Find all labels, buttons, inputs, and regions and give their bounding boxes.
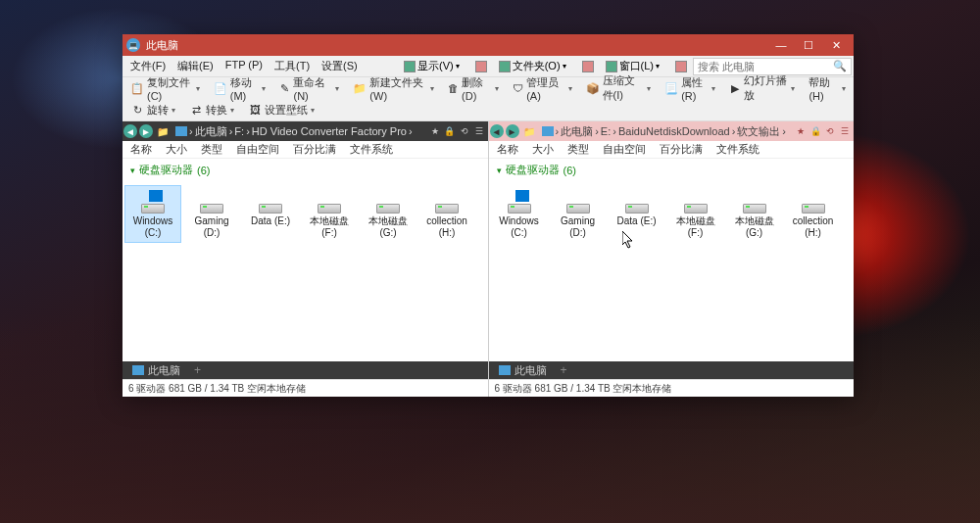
drive-item[interactable]: Windows (C:) bbox=[124, 185, 181, 243]
drive-item[interactable]: 本地磁盘 (F:) bbox=[667, 185, 724, 243]
toolbar-icon[interactable] bbox=[471, 59, 491, 74]
tool-button[interactable]: 📋复制文件(C)▾ bbox=[126, 73, 204, 104]
tool-button[interactable]: 📦压缩文件(I)▾ bbox=[582, 71, 656, 105]
column-header[interactable]: 名称 bbox=[130, 142, 152, 157]
column-header[interactable]: 大小 bbox=[532, 142, 554, 157]
titlebar[interactable]: 💻 此电脑 — ☐ ✕ bbox=[122, 34, 854, 56]
drive-group-header[interactable]: ▾ 硬盘驱动器 (6) bbox=[122, 159, 488, 181]
right-pane-content[interactable]: ▾ 硬盘驱动器 (6) Windows (C:)Gaming (D:)Data … bbox=[489, 159, 855, 361]
drive-icon bbox=[255, 190, 286, 214]
dual-pane-container: ◄ ► 📁 ›此电脑›F:›HD Video Converter Factory… bbox=[122, 121, 854, 397]
drive-item[interactable]: Gaming (D:) bbox=[183, 185, 240, 243]
tool-button[interactable]: 📃属性(R)▾ bbox=[661, 73, 719, 104]
breadcrumb-segment[interactable]: 此电脑 bbox=[195, 124, 227, 139]
add-tab-button[interactable]: + bbox=[555, 363, 573, 377]
breadcrumb-segment[interactable]: 此电脑 bbox=[561, 124, 593, 139]
drive-icon bbox=[431, 190, 463, 214]
breadcrumb-segment[interactable]: HD Video Converter Factory Pro bbox=[252, 125, 407, 137]
left-pane-content[interactable]: ▾ 硬盘驱动器 (6) Windows (C:)Gaming (D:)Data … bbox=[122, 159, 488, 361]
column-header[interactable]: 类型 bbox=[201, 142, 222, 157]
nav-back-button[interactable]: ◄ bbox=[490, 124, 504, 138]
tool-button[interactable]: ↻旋转▾ bbox=[126, 101, 179, 119]
sync-icon[interactable]: ⟲ bbox=[458, 124, 471, 138]
breadcrumb-segment[interactable]: F: bbox=[234, 125, 244, 137]
star-icon[interactable]: ★ bbox=[794, 124, 808, 138]
toolbar: 📋复制文件(C)▾📄移动(M)▾✎重命名(N)▾📁新建文件夹(W)▾🗑删除(D)… bbox=[122, 77, 854, 121]
column-header[interactable]: 文件系统 bbox=[350, 142, 393, 157]
drive-icon bbox=[504, 190, 535, 214]
drive-item[interactable]: collection (H:) bbox=[785, 185, 842, 243]
computer-icon bbox=[175, 126, 187, 136]
pane-tab[interactable]: 此电脑 bbox=[491, 362, 555, 379]
column-headers[interactable]: 名称大小类型自由空间百分比满文件系统 bbox=[489, 141, 855, 159]
chevron-right-icon: › bbox=[612, 125, 616, 137]
status-bar-right: 6 驱动器 681 GB / 1.34 TB 空闲本地存储 bbox=[489, 379, 855, 397]
minimize-button[interactable]: — bbox=[767, 34, 795, 56]
column-headers[interactable]: 名称大小类型自由空间百分比满文件系统 bbox=[122, 141, 488, 159]
tool-button[interactable]: ▶幻灯片播放▾ bbox=[725, 71, 799, 105]
close-button[interactable]: ✕ bbox=[822, 34, 850, 56]
breadcrumb-segment[interactable]: E: bbox=[601, 125, 611, 137]
drive-icon bbox=[372, 190, 404, 214]
tool-button[interactable]: 🖼设置壁纸▾ bbox=[244, 101, 318, 119]
drive-item[interactable]: collection (H:) bbox=[418, 185, 475, 243]
drive-group-header[interactable]: ▾ 硬盘驱动器 (6) bbox=[489, 159, 855, 181]
computer-icon bbox=[132, 365, 144, 375]
address-bar-left[interactable]: ◄ ► 📁 ›此电脑›F:›HD Video Converter Factory… bbox=[122, 121, 488, 141]
nav-up-button[interactable]: 📁 bbox=[520, 122, 538, 140]
menu-icon[interactable]: ☰ bbox=[472, 124, 486, 138]
star-icon[interactable]: ★ bbox=[428, 124, 442, 138]
nav-back-button[interactable]: ◄ bbox=[123, 124, 137, 138]
column-header[interactable]: 文件系统 bbox=[716, 142, 760, 157]
nav-forward-button[interactable]: ► bbox=[506, 124, 519, 138]
search-icon[interactable]: 🔍 bbox=[833, 60, 847, 72]
tool-button[interactable]: ✎重命名(N)▾ bbox=[275, 73, 343, 104]
column-header[interactable]: 百分比满 bbox=[293, 142, 336, 157]
column-header[interactable]: 百分比满 bbox=[660, 142, 703, 157]
drive-icon bbox=[137, 190, 169, 214]
column-header[interactable]: 大小 bbox=[166, 142, 187, 157]
nav-up-button[interactable]: 📁 bbox=[154, 122, 172, 140]
breadcrumb-segment[interactable]: 软文输出 bbox=[737, 124, 780, 139]
tool-button[interactable]: 📁新建文件夹(W)▾ bbox=[349, 73, 437, 104]
drive-item[interactable]: Windows (C:) bbox=[491, 185, 548, 243]
tool-button[interactable]: 📄移动(M)▾ bbox=[210, 73, 270, 104]
maximize-button[interactable]: ☐ bbox=[795, 34, 822, 56]
search-input[interactable] bbox=[698, 61, 833, 72]
drive-icon bbox=[798, 190, 829, 214]
address-bar-right[interactable]: ◄ ► 📁 ›此电脑›E:›BaiduNetdiskDownload›软文输出›… bbox=[489, 121, 855, 141]
tool-button[interactable]: 🛡管理员(A)▾ bbox=[509, 73, 576, 104]
chevron-right-icon: › bbox=[246, 125, 250, 137]
tool-button[interactable]: 🗑删除(D)▾ bbox=[444, 73, 503, 104]
sync-icon[interactable]: ⟲ bbox=[823, 124, 837, 138]
pane-tab[interactable]: 此电脑 bbox=[124, 362, 188, 379]
toolbar-icon[interactable] bbox=[671, 59, 691, 74]
tool-button[interactable]: ⇄转换▾ bbox=[185, 101, 238, 119]
lock-icon[interactable]: 🔒 bbox=[808, 124, 822, 138]
nav-forward-button[interactable]: ► bbox=[139, 124, 153, 138]
drive-icon bbox=[196, 190, 227, 214]
column-header[interactable]: 自由空间 bbox=[603, 142, 646, 157]
column-header[interactable]: 名称 bbox=[497, 142, 518, 157]
drive-label: collection (H:) bbox=[788, 215, 839, 238]
file-manager-window: 💻 此电脑 — ☐ ✕ 文件(F)编辑(E)FTP (P)工具(T)设置(S) … bbox=[122, 34, 854, 397]
drive-label: 本地磁盘 (F:) bbox=[670, 215, 721, 238]
drive-item[interactable]: 本地磁盘 (G:) bbox=[726, 185, 783, 243]
drive-item[interactable]: Gaming (D:) bbox=[550, 185, 607, 243]
menu-icon[interactable]: ☰ bbox=[838, 124, 852, 138]
add-tab-button[interactable]: + bbox=[188, 363, 207, 377]
drive-icon bbox=[621, 190, 653, 214]
drive-item[interactable]: Data (E:) bbox=[242, 185, 299, 243]
breadcrumb-segment[interactable]: BaiduNetdiskDownload bbox=[618, 125, 730, 137]
column-header[interactable]: 类型 bbox=[567, 142, 589, 157]
drive-item[interactable]: 本地磁盘 (F:) bbox=[301, 185, 358, 243]
status-bar-left: 6 驱动器 681 GB / 1.34 TB 空闲本地存储 bbox=[122, 379, 488, 397]
help-button[interactable]: 帮助(H)▾ bbox=[805, 73, 850, 104]
chevron-right-icon: › bbox=[556, 125, 560, 137]
column-header[interactable]: 自由空间 bbox=[236, 142, 279, 157]
drive-item[interactable]: 本地磁盘 (G:) bbox=[360, 185, 416, 243]
lock-icon[interactable]: 🔒 bbox=[443, 124, 457, 138]
computer-icon bbox=[499, 365, 511, 375]
drive-item[interactable]: Data (E:) bbox=[609, 185, 665, 243]
drive-icon bbox=[314, 190, 345, 214]
